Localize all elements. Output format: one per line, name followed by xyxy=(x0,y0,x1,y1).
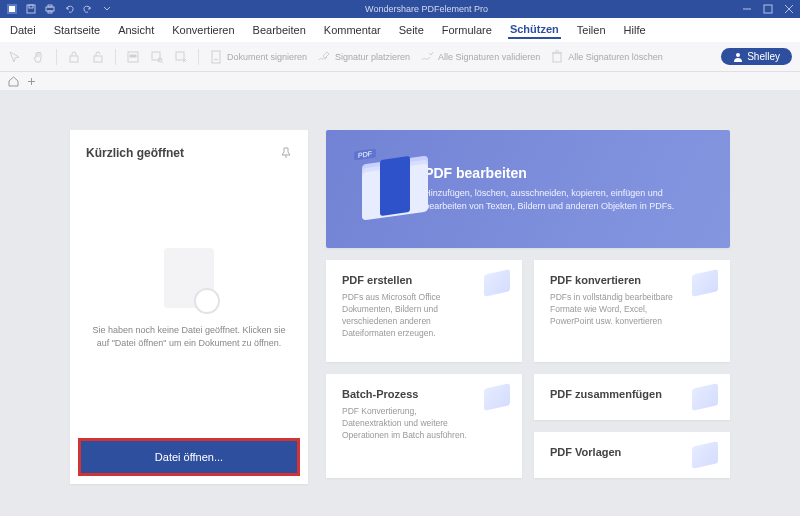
recent-title: Kürzlich geöffnet xyxy=(86,146,184,160)
svg-rect-20 xyxy=(553,53,561,62)
redact-apply-icon[interactable] xyxy=(174,50,188,64)
sign-document-action[interactable]: Dokument signieren xyxy=(209,50,307,64)
svg-rect-5 xyxy=(48,5,52,7)
dropdown-icon[interactable] xyxy=(101,4,112,15)
batch-icon xyxy=(484,383,510,411)
svg-rect-12 xyxy=(94,56,102,62)
redact-icon[interactable] xyxy=(126,50,140,64)
svg-line-17 xyxy=(162,62,163,63)
new-tab-icon[interactable] xyxy=(27,77,36,86)
hand-tool-icon[interactable] xyxy=(32,50,46,64)
home-icon[interactable] xyxy=(8,76,19,87)
svg-rect-19 xyxy=(212,51,220,63)
svg-rect-2 xyxy=(27,5,35,13)
unlock-icon[interactable] xyxy=(91,50,105,64)
templates-icon xyxy=(692,441,718,469)
menubar: Datei Startseite Ansicht Konvertieren Be… xyxy=(0,18,800,42)
print-icon[interactable] xyxy=(44,4,55,15)
redo-icon[interactable] xyxy=(82,4,93,15)
titlebar: Wondershare PDFelement Pro xyxy=(0,0,800,18)
signature-validate-icon xyxy=(420,50,434,64)
menu-startseite[interactable]: Startseite xyxy=(52,22,102,38)
user-button[interactable]: Shelley xyxy=(721,48,792,65)
svg-rect-8 xyxy=(764,5,772,13)
user-icon xyxy=(733,52,743,62)
svg-rect-3 xyxy=(29,5,33,8)
svg-point-23 xyxy=(736,53,740,57)
signature-place-icon xyxy=(317,50,331,64)
menu-teilen[interactable]: Teilen xyxy=(575,22,608,38)
document-sign-icon xyxy=(209,50,223,64)
empty-text: Sie haben noch keine Datei geöffnet. Kli… xyxy=(92,324,286,349)
delete-signatures-action[interactable]: Alle Signaturen löschen xyxy=(550,50,663,64)
menu-formulare[interactable]: Formulare xyxy=(440,22,494,38)
merge-pdf-card[interactable]: PDF zusammenfügen xyxy=(534,374,730,420)
create-icon xyxy=(484,269,510,297)
menu-kommentar[interactable]: Kommentar xyxy=(322,22,383,38)
edit-pdf-hero[interactable]: PDF PDF bearbeiten Hinzufügen, löschen, … xyxy=(326,130,730,248)
select-tool-icon[interactable] xyxy=(8,50,22,64)
hero-title: PDF bearbeiten xyxy=(424,165,704,181)
actions-panel: PDF PDF bearbeiten Hinzufügen, löschen, … xyxy=(326,130,730,484)
toolbar: Dokument signieren Signatur platzieren A… xyxy=(0,42,800,72)
undo-icon[interactable] xyxy=(63,4,74,15)
svg-rect-18 xyxy=(176,52,184,60)
merge-icon xyxy=(692,383,718,411)
svg-rect-4 xyxy=(46,7,54,11)
svg-rect-14 xyxy=(130,55,136,57)
batch-process-card[interactable]: Batch-Prozess PDF Konvertierung, Datenex… xyxy=(326,374,522,478)
empty-file-icon xyxy=(164,248,214,308)
menu-schuetzen[interactable]: Schützen xyxy=(508,21,561,39)
pdf-stack-icon: PDF xyxy=(352,150,402,228)
svg-rect-6 xyxy=(48,11,52,13)
convert-pdf-card[interactable]: PDF konvertieren PDFs in vollständig bea… xyxy=(534,260,730,362)
maximize-icon[interactable] xyxy=(762,4,773,15)
app-title: Wondershare PDFelement Pro xyxy=(112,4,741,14)
menu-ansicht[interactable]: Ansicht xyxy=(116,22,156,38)
recent-panel: Kürzlich geöffnet Sie haben noch keine D… xyxy=(70,130,308,484)
templates-card[interactable]: PDF Vorlagen xyxy=(534,432,730,478)
content-area: Kürzlich geöffnet Sie haben noch keine D… xyxy=(0,90,800,504)
pin-icon[interactable] xyxy=(280,147,292,159)
validate-signatures-action[interactable]: Alle Signaturen validieren xyxy=(420,50,540,64)
redact-search-icon[interactable] xyxy=(150,50,164,64)
convert-icon xyxy=(692,269,718,297)
create-pdf-card[interactable]: PDF erstellen PDFs aus Microsoft Office … xyxy=(326,260,522,362)
tabbar xyxy=(0,72,800,90)
open-file-button[interactable]: Datei öffnen... xyxy=(78,438,300,476)
signature-delete-icon xyxy=(550,50,564,64)
save-icon[interactable] xyxy=(25,4,36,15)
menu-konvertieren[interactable]: Konvertieren xyxy=(170,22,236,38)
place-signature-action[interactable]: Signatur platzieren xyxy=(317,50,410,64)
menu-seite[interactable]: Seite xyxy=(397,22,426,38)
minimize-icon[interactable] xyxy=(741,4,752,15)
menu-hilfe[interactable]: Hilfe xyxy=(622,22,648,38)
menu-bearbeiten[interactable]: Bearbeiten xyxy=(251,22,308,38)
app-logo-icon xyxy=(6,4,17,15)
lock-icon[interactable] xyxy=(67,50,81,64)
svg-rect-1 xyxy=(9,6,15,12)
menu-datei[interactable]: Datei xyxy=(8,22,38,38)
hero-desc: Hinzufügen, löschen, ausschneiden, kopie… xyxy=(424,187,704,213)
svg-rect-11 xyxy=(70,56,78,62)
close-icon[interactable] xyxy=(783,4,794,15)
